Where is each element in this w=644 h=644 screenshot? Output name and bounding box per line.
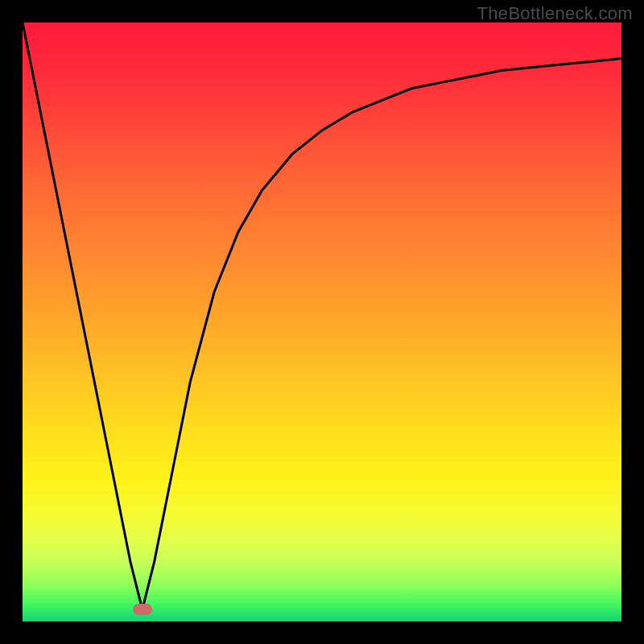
bottleneck-curve xyxy=(23,23,621,609)
plot-area xyxy=(23,23,621,621)
watermark-text: TheBottleneck.com xyxy=(477,3,633,24)
min-marker xyxy=(133,604,152,615)
chart-frame: TheBottleneck.com xyxy=(0,0,644,644)
curve-svg xyxy=(23,23,621,621)
